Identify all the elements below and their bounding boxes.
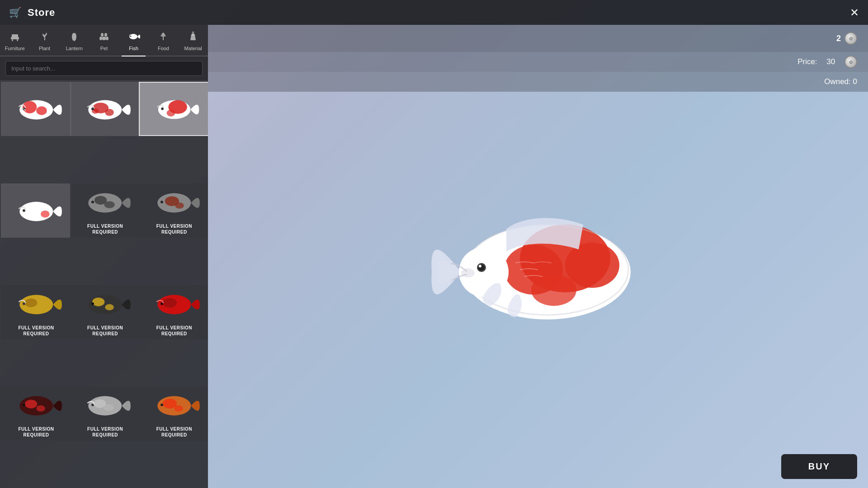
fish-item-2[interactable] [70,82,141,136]
fish-item-6[interactable]: FULL VERSIONREQUIRED [139,183,208,238]
svg-rect-1 [12,34,18,38]
material-icon [188,31,198,44]
pet-label: Pet [100,46,108,51]
svg-point-31 [41,211,50,218]
tab-lantern[interactable]: Lantern [59,28,89,56]
locked-label-8: FULL VERSIONREQUIRED [87,325,123,337]
food-icon [158,31,169,44]
fish-item-12[interactable]: FULL VERSIONREQUIRED [139,386,208,441]
plant-icon [39,31,50,44]
svg-point-11 [102,37,106,40]
buy-button[interactable]: BUY [781,454,857,479]
price-coin-icon: ⊙ [844,56,857,68]
svg-rect-15 [163,36,164,40]
svg-point-8 [104,33,107,37]
svg-point-23 [105,109,114,116]
svg-rect-3 [17,39,18,41]
coin-icon: ⊙ [844,32,857,45]
svg-rect-2 [12,39,13,41]
svg-point-46 [105,304,114,310]
price-bar: Price: 30 ⊙ [208,52,868,72]
locked-label-7: FULL VERSIONREQUIRED [18,325,54,337]
search-input[interactable] [5,61,203,76]
tab-pet[interactable]: Pet [89,28,119,56]
svg-point-35 [104,201,115,208]
tab-plant[interactable]: Plant [30,28,60,56]
svg-point-54 [23,404,25,406]
fish-item-3[interactable] [139,82,208,136]
svg-point-16 [191,34,195,36]
plant-label: Plant [39,46,50,51]
svg-rect-5 [72,39,76,40]
lantern-label: Lantern [66,46,83,51]
svg-point-61 [174,405,183,412]
svg-point-53 [36,405,45,412]
currency-amount: 2 [836,34,841,43]
tab-fish[interactable]: Fish [119,28,149,56]
locked-label-10: FULL VERSIONREQUIRED [18,426,54,438]
svg-point-57 [104,404,114,411]
category-tabs: Furniture Plant Lantern [0,25,208,56]
price-label: Price: [797,57,817,66]
fish-item-1[interactable] [1,82,71,136]
fish-item-7[interactable]: FULL VERSIONREQUIRED [1,285,71,339]
owned-value: 0 [853,77,857,86]
svg-point-67 [531,274,576,306]
price-value: 30 [826,57,835,66]
svg-point-40 [160,201,163,203]
svg-point-28 [166,110,175,117]
furniture-icon [9,31,20,44]
locked-label-9: FULL VERSIONREQUIRED [156,325,192,337]
fish-preview [208,92,868,452]
store-title: Store [28,7,55,19]
pet-icon [99,31,109,44]
svg-point-49 [163,298,177,307]
svg-point-19 [36,106,47,115]
locked-label-6: FULL VERSIONREQUIRED [156,223,192,235]
svg-point-36 [91,201,94,203]
svg-point-73 [479,265,481,267]
fish-grid: FULL VERSIONREQUIRED FULL VERSIONREQUIRE… [0,81,208,488]
food-label: Food [158,46,169,51]
koi-fish-preview [425,200,651,344]
furniture-label: Furniture [5,46,25,51]
cart-icon: 🛒 [9,7,21,19]
svg-rect-4 [73,33,75,34]
tab-food[interactable]: Food [149,28,179,56]
fish-item-8[interactable]: FULL VERSIONREQUIRED [70,285,141,339]
fish-item-11[interactable]: FULL VERSIONREQUIRED [70,386,141,441]
locked-label-5: FULL VERSIONREQUIRED [87,223,123,235]
svg-point-45 [92,297,104,306]
svg-point-42 [25,298,37,307]
svg-point-52 [25,400,37,409]
owned-bar: Owned: 0 [208,72,868,92]
close-button[interactable]: ✕ [850,7,859,18]
title-bar: 🛒 Store ✕ [0,0,868,25]
svg-point-39 [175,202,184,209]
tab-material[interactable]: Material [178,28,208,56]
svg-point-74 [461,268,475,277]
lantern-icon [69,31,80,44]
material-label: Material [184,46,202,51]
fish-item-10[interactable]: FULL VERSIONREQUIRED [1,386,71,441]
svg-point-62 [160,404,163,406]
locked-label-12: FULL VERSIONREQUIRED [156,426,192,438]
svg-rect-6 [73,40,75,41]
search-bar [0,56,208,81]
fish-item-9[interactable]: FULL VERSIONREQUIRED [139,285,208,339]
locked-label-11: FULL VERSIONREQUIRED [87,426,123,438]
fish-icon [127,31,140,44]
svg-point-66 [565,243,619,288]
fish-label: Fish [129,46,138,51]
left-panel: Furniture Plant Lantern [0,25,208,488]
right-panel-info: 2 ⊙ [208,25,868,52]
svg-point-7 [101,33,104,37]
owned-label: Owned: [824,77,851,86]
tab-furniture[interactable]: Furniture [0,28,30,56]
fish-item-4[interactable] [1,183,71,238]
fish-item-5[interactable]: FULL VERSIONREQUIRED [70,183,141,238]
currency-display: 2 ⊙ [836,32,857,45]
svg-point-47 [91,302,94,305]
